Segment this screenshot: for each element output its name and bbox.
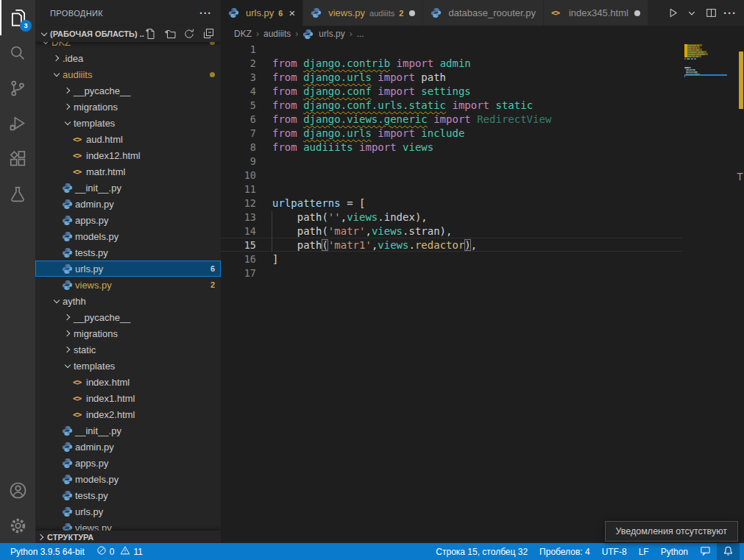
- workspace-section-header[interactable]: (РАБОЧАЯ ОБЛАСТЬ) ...: [35, 26, 221, 42]
- activity-item-run-debug[interactable]: [0, 106, 35, 141]
- breadcrumb-item-...[interactable]: ...: [357, 29, 364, 39]
- tree-item-__init__.py[interactable]: __init__.py: [35, 422, 221, 439]
- tree-item-index1.html[interactable]: <>index1.html: [35, 390, 221, 406]
- python-file-icon: [62, 506, 75, 517]
- tree-item-views.py[interactable]: views.py: [35, 520, 221, 531]
- search-icon: [9, 44, 26, 62]
- error-count-icon: [96, 545, 107, 558]
- activity-item-explorer[interactable]: 3: [0, 0, 35, 35]
- python-file-icon: [62, 214, 75, 226]
- tree-item-apps.py[interactable]: apps.py: [35, 212, 221, 228]
- status-language-mode[interactable]: Python: [655, 543, 694, 560]
- activity-item-extensions[interactable]: [0, 141, 35, 177]
- minimap[interactable]: [684, 42, 736, 543]
- tree-item-matr.html[interactable]: <>matr.html: [35, 163, 221, 180]
- activity-item-account[interactable]: [0, 472, 35, 508]
- tab-index345.html[interactable]: <>index345.html: [544, 0, 648, 26]
- tree-item-static[interactable]: static: [35, 341, 221, 358]
- status-feedback[interactable]: [694, 543, 717, 560]
- tab-urls.py[interactable]: urls.py6×: [221, 0, 302, 26]
- tree-item-aythh[interactable]: aythh: [35, 293, 221, 309]
- activity-item-search[interactable]: [0, 35, 35, 71]
- more-actions-button[interactable]: ···: [722, 5, 738, 21]
- status-indentation[interactable]: Пробелов: 4: [534, 543, 596, 560]
- sidebar-more-actions-icon[interactable]: ···: [199, 7, 212, 19]
- tree-item-templates[interactable]: templates: [35, 358, 221, 374]
- tree-item-label: aud.html: [86, 134, 123, 145]
- tree-item-label: models.py: [75, 231, 118, 242]
- tree-item-audiiits[interactable]: audiiits: [35, 66, 221, 82]
- status-problems[interactable]: 011: [91, 543, 149, 560]
- code-line-8: 8from audiiits import views: [221, 140, 682, 154]
- run-dropdown[interactable]: [684, 5, 700, 21]
- activity-item-source-control[interactable]: [0, 71, 35, 106]
- tree-item-index2.html[interactable]: <>index2.html: [35, 406, 221, 422]
- new-file-button[interactable]: [144, 27, 157, 40]
- tree-item-index.html[interactable]: <>index.html: [35, 374, 221, 390]
- tree-item-index12.html[interactable]: <>index12.html: [35, 147, 221, 163]
- tree-item-__init__.py[interactable]: __init__.py: [35, 180, 221, 196]
- settings-icon: [9, 517, 27, 535]
- collapse-all-button[interactable]: [202, 27, 215, 40]
- status-cursor-position[interactable]: Строка 15, столбец 32: [430, 543, 534, 560]
- breadcrumb-item-DKZ[interactable]: DKZ: [234, 29, 252, 39]
- tree-item-urls.py[interactable]: urls.py: [35, 503, 221, 520]
- tree-item-aud.html[interactable]: <>aud.html: [35, 131, 221, 147]
- tree-item-models.py[interactable]: models.py: [35, 471, 221, 487]
- new-folder-button[interactable]: [163, 27, 177, 40]
- sidebar-title: ПРОВОДНИК: [50, 9, 199, 18]
- code-line-15[interactable]: 15 path('matr1',views.redactor),: [221, 238, 682, 252]
- breadcrumb-item-audiiits[interactable]: audiiits: [263, 29, 291, 39]
- python-file-icon: [62, 489, 75, 501]
- tree-item-__pycache__[interactable]: __pycache__: [35, 82, 221, 99]
- code-editor[interactable]: 12from django.contrib import admin3from …: [221, 42, 744, 543]
- status-notifications-bell[interactable]: [717, 543, 740, 560]
- tree-item-migrations[interactable]: migrations: [35, 99, 221, 115]
- tree-item-.idea[interactable]: .idea: [35, 50, 221, 66]
- tab-database_roouter.py[interactable]: database_roouter.py: [423, 0, 543, 26]
- tree-item-tests.py[interactable]: tests.py: [35, 244, 221, 260]
- activity-item-testing[interactable]: [0, 177, 35, 212]
- close-icon[interactable]: ×: [288, 7, 295, 18]
- tree-item-views.py[interactable]: views.py2: [35, 277, 221, 293]
- tree-item-admin.py[interactable]: admin.py: [35, 439, 221, 455]
- chevron-down-icon: [62, 117, 74, 129]
- status-encoding[interactable]: UTF-8: [596, 543, 633, 560]
- breadcrumb-item-urls.py[interactable]: urls.py: [302, 28, 344, 40]
- dirty-indicator-icon[interactable]: [409, 10, 415, 16]
- activity-item-settings[interactable]: [0, 508, 35, 543]
- overview-ruler[interactable]: T: [736, 42, 744, 543]
- line-number: 10: [221, 169, 256, 181]
- tree-item-__pycache__[interactable]: __pycache__: [35, 309, 221, 325]
- python-file-icon: [62, 441, 75, 453]
- notification-toast[interactable]: Уведомления отсутствуют: [605, 521, 738, 542]
- tree-item-templates[interactable]: templates: [35, 115, 221, 131]
- dirty-indicator-icon[interactable]: [634, 10, 640, 16]
- code-line-10: 10: [221, 168, 682, 182]
- outline-section-header[interactable]: СТРУКТУРА: [35, 531, 221, 543]
- minimap-line: [684, 77, 736, 79]
- status-eol-sequence[interactable]: LF: [633, 543, 655, 560]
- line-number: 4: [221, 85, 256, 97]
- tree-item-label: __pycache__: [74, 312, 130, 323]
- tree-item-migrations[interactable]: migrations: [35, 325, 221, 341]
- line-number: 7: [221, 127, 256, 139]
- tree-item-admin.py[interactable]: admin.py: [35, 196, 221, 212]
- tree-item-DKZ[interactable]: DKZ: [35, 42, 221, 50]
- html-file-icon: <>: [73, 376, 86, 388]
- split-editor-button[interactable]: [703, 5, 719, 21]
- tree-item-tests.py[interactable]: tests.py: [35, 487, 221, 503]
- tree-item-urls.py[interactable]: urls.py6: [35, 260, 221, 277]
- tree-item-models.py[interactable]: models.py: [35, 228, 221, 244]
- status-text: Python 3.9.5 64-bit: [10, 547, 85, 557]
- python-file-icon: [62, 522, 75, 531]
- status-python-interpreter[interactable]: Python 3.9.5 64-bit: [4, 543, 91, 560]
- run-button[interactable]: [665, 5, 681, 21]
- line-number: 1: [221, 43, 256, 55]
- tab-description: audiiits: [369, 9, 394, 18]
- refresh-button[interactable]: [183, 27, 196, 40]
- tab-views.py[interactable]: views.pyaudiiits2: [303, 0, 422, 26]
- tree-item-label: migrations: [74, 102, 118, 113]
- warning-count: 11: [133, 547, 142, 557]
- tree-item-apps.py[interactable]: apps.py: [35, 455, 221, 471]
